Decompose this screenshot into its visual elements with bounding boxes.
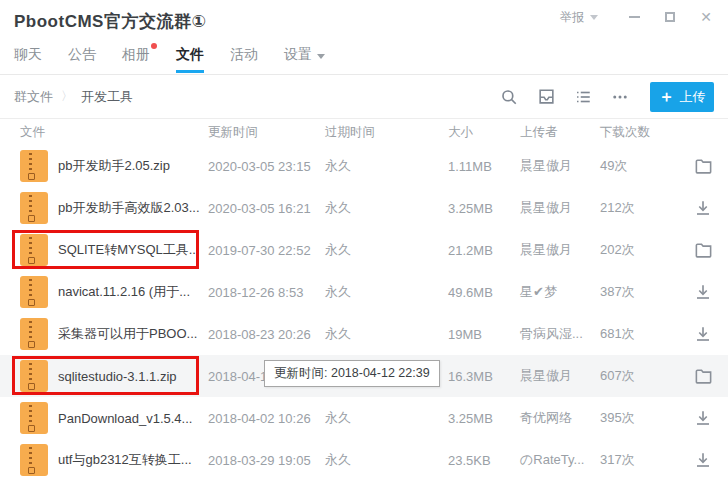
minimize-button[interactable] <box>620 6 648 28</box>
window-controls: 举报 ✕ <box>560 6 720 28</box>
row-actions <box>678 197 728 219</box>
folder-icon[interactable] <box>692 155 714 177</box>
row-actions <box>678 323 728 345</box>
col-header-downloads[interactable]: 下载次数 <box>600 124 678 141</box>
row-actions <box>678 365 728 387</box>
file-cell[interactable]: SQLITE转MYSQL工具... <box>20 234 208 266</box>
table-row[interactable]: PanDownload_v1.5.4... 2018-04-02 10:26 永… <box>0 397 728 439</box>
chevron-down-icon <box>317 54 325 59</box>
file-name[interactable]: pb开发助手2.05.zip <box>58 157 170 175</box>
expiry: 永久 <box>325 283 448 301</box>
file-cell[interactable]: sqlitestudio-3.1.1.zip <box>20 360 208 392</box>
col-header-uploader[interactable]: 上传者 <box>520 124 600 141</box>
file-cell[interactable]: 采集器可以用于PBOO... <box>20 318 208 350</box>
zip-file-icon <box>20 276 48 308</box>
file-name[interactable]: PanDownload_v1.5.4... <box>58 411 192 426</box>
file-size: 23.5KB <box>448 453 520 468</box>
file-cell[interactable]: PanDownload_v1.5.4... <box>20 402 208 434</box>
breadcrumb-separator: 〉 <box>61 88 73 105</box>
update-time: 2020-03-05 23:15 <box>208 159 325 174</box>
file-cell[interactable]: pb开发助手高效版2.03... <box>20 192 208 224</box>
file-size: 49.6MB <box>448 285 520 300</box>
file-size: 21.2MB <box>448 243 520 258</box>
download-icon[interactable] <box>692 197 714 219</box>
uploader: 晨星傲月 <box>520 157 600 175</box>
table-row[interactable]: SQLITE转MYSQL工具... 2019-07-30 22:52 永久 21… <box>0 229 728 271</box>
uploader: 星✔梦 <box>520 283 600 301</box>
update-time: 2018-08-23 20:26 <box>208 327 325 342</box>
download-count: 49次 <box>600 157 678 175</box>
table-row[interactable]: utf与gb2312互转换工... 2018-03-29 19:05 永久 23… <box>0 439 728 481</box>
report-dropdown[interactable]: 举报 <box>560 9 598 26</box>
file-cell[interactable]: utf与gb2312互转换工... <box>20 444 208 476</box>
search-icon[interactable] <box>498 86 520 108</box>
col-header-file[interactable]: 文件 <box>20 124 208 141</box>
inbox-icon[interactable] <box>535 86 557 108</box>
file-toolbar: 群文件 〉 开发工具 ＋ 上传 <box>0 75 728 119</box>
zip-file-icon <box>20 318 48 350</box>
file-name[interactable]: utf与gb2312互转换工... <box>58 451 192 469</box>
close-icon: ✕ <box>700 10 712 24</box>
file-name[interactable]: SQLITE转MYSQL工具... <box>58 241 200 259</box>
file-size: 1.11MB <box>448 159 520 174</box>
uploader: 晨星傲月 <box>520 199 600 217</box>
expiry: 永久 <box>325 451 448 469</box>
download-count: 395次 <box>600 409 678 427</box>
tab-label: 公告 <box>68 46 96 62</box>
update-time: 2020-03-05 16:21 <box>208 201 325 216</box>
file-name[interactable]: pb开发助手高效版2.03... <box>58 199 200 217</box>
tab-activity[interactable]: 活动 <box>230 44 258 73</box>
col-header-size[interactable]: 大小 <box>448 124 520 141</box>
file-size: 3.25MB <box>448 411 520 426</box>
update-time-tooltip: 更新时间: 2018-04-12 22:39 <box>264 360 440 387</box>
more-icon[interactable] <box>609 86 631 108</box>
tab-settings[interactable]: 设置 <box>284 44 325 73</box>
zip-file-icon <box>20 360 48 392</box>
upload-button[interactable]: ＋ 上传 <box>650 82 714 112</box>
list-view-icon[interactable] <box>572 86 594 108</box>
maximize-button[interactable] <box>656 6 684 28</box>
maximize-icon <box>665 12 675 22</box>
row-actions <box>678 155 728 177</box>
table-header: 文件 更新时间 过期时间 大小 上传者 下载次数 <box>0 119 728 145</box>
tab-album[interactable]: 相册 <box>122 44 150 73</box>
download-count: 317次 <box>600 451 678 469</box>
zip-file-icon <box>20 234 48 266</box>
active-tab-underline <box>176 70 204 73</box>
zip-file-icon <box>20 150 48 182</box>
table-row[interactable]: pb开发助手高效版2.03... 2020-03-05 16:21 永久 3.2… <box>0 187 728 229</box>
download-icon[interactable] <box>692 323 714 345</box>
minimize-icon <box>629 16 640 18</box>
file-cell[interactable]: navicat.11.2.16 (用于... <box>20 276 208 308</box>
file-name[interactable]: navicat.11.2.16 (用于... <box>58 283 190 301</box>
download-icon[interactable] <box>692 407 714 429</box>
download-icon[interactable] <box>692 449 714 471</box>
download-count: 387次 <box>600 283 678 301</box>
update-time: 2018-12-26 8:53 <box>208 285 325 300</box>
breadcrumb-root[interactable]: 群文件 <box>14 88 53 106</box>
tab-chat[interactable]: 聊天 <box>14 44 42 73</box>
folder-icon[interactable] <box>692 239 714 261</box>
download-icon[interactable] <box>692 281 714 303</box>
table-row[interactable]: 采集器可以用于PBOO... 2018-08-23 20:26 永久 19MB … <box>0 313 728 355</box>
file-cell[interactable]: pb开发助手2.05.zip <box>20 150 208 182</box>
folder-icon[interactable] <box>692 365 714 387</box>
file-name[interactable]: 采集器可以用于PBOO... <box>58 325 197 343</box>
col-header-updated[interactable]: 更新时间 <box>208 124 325 141</box>
col-header-expiry[interactable]: 过期时间 <box>325 124 448 141</box>
window-titlebar: PbootCMS官方交流群① 举报 ✕ <box>0 0 728 44</box>
tab-announcement[interactable]: 公告 <box>68 44 96 73</box>
table-row[interactable]: navicat.11.2.16 (用于... 2018-12-26 8:53 永… <box>0 271 728 313</box>
file-name[interactable]: sqlitestudio-3.1.1.zip <box>58 369 177 384</box>
table-row[interactable]: pb开发助手2.05.zip 2020-03-05 23:15 永久 1.11M… <box>0 145 728 187</box>
tab-label: 相册 <box>122 46 150 62</box>
expiry: 永久 <box>325 199 448 217</box>
tab-bar: 聊天 公告 相册 文件 活动 设置 <box>0 44 728 75</box>
update-time: 2019-07-30 22:52 <box>208 243 325 258</box>
close-button[interactable]: ✕ <box>692 6 720 28</box>
download-count: 212次 <box>600 199 678 217</box>
zip-file-icon <box>20 402 48 434</box>
tab-files[interactable]: 文件 <box>176 44 204 73</box>
breadcrumb-current: 开发工具 <box>81 88 133 106</box>
row-actions <box>678 281 728 303</box>
